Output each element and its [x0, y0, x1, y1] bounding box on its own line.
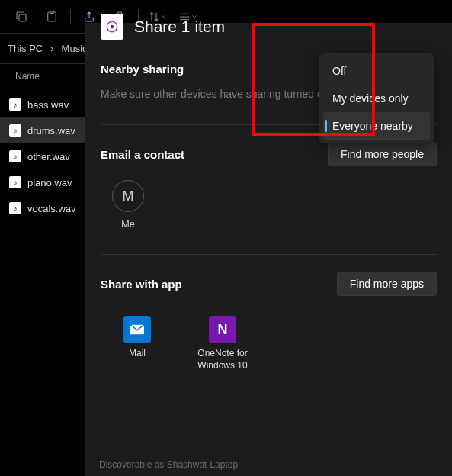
nearby-sharing-title: Nearby sharing	[101, 63, 184, 76]
breadcrumb-folder[interactable]: Music	[62, 43, 88, 54]
file-name: other.wav	[27, 151, 70, 162]
more-options-button[interactable]	[226, 0, 256, 2]
audio-file-icon: ♪	[9, 150, 21, 162]
breadcrumb[interactable]: This PC › Music	[0, 43, 95, 54]
contact-label: Me	[121, 218, 135, 230]
find-more-apps-button[interactable]: Find more apps	[337, 272, 437, 296]
nearby-sharing-dropdown: Off My devices only Everyone nearby	[319, 53, 434, 143]
app-label: OneNote for Windows 10	[192, 348, 253, 371]
apps-section: Share with app Find more apps	[85, 255, 452, 296]
document-icon	[101, 14, 123, 40]
find-more-people-button[interactable]: Find more people	[328, 142, 437, 166]
audio-file-icon: ♪	[9, 176, 21, 188]
breadcrumb-root[interactable]: This PC	[8, 43, 43, 54]
app-mail[interactable]: Mail	[107, 316, 168, 371]
onenote-icon: N	[209, 316, 236, 343]
dropdown-option-off[interactable]: Off	[323, 57, 430, 85]
apps-row: Mail N OneNote for Windows 10	[85, 304, 452, 371]
dropdown-option-everyone[interactable]: Everyone nearby	[323, 112, 430, 140]
share-title: Share 1 item	[134, 18, 225, 36]
file-name: piano.wav	[27, 177, 72, 188]
audio-file-icon: ♪	[9, 124, 21, 137]
apps-section-title: Share with app	[101, 278, 182, 291]
mail-icon	[123, 316, 151, 343]
dropdown-option-my-devices[interactable]: My devices only	[323, 85, 430, 112]
email-section-title: Email a contact	[101, 148, 184, 161]
file-name: drums.wav	[27, 125, 75, 137]
separator	[70, 9, 71, 24]
file-name: vocals.wav	[27, 203, 76, 214]
copy-button[interactable]	[6, 2, 37, 32]
audio-file-icon: ♪	[9, 98, 21, 111]
file-name: bass.wav	[27, 99, 69, 111]
chevron-right-icon: ›	[50, 43, 53, 54]
audio-file-icon: ♪	[9, 202, 21, 214]
paste-button[interactable]	[37, 2, 67, 32]
svg-rect-0	[19, 14, 26, 21]
column-name[interactable]: Name	[15, 71, 40, 82]
share-panel: Share 1 item Nearby sharing Make sure ot…	[85, 23, 452, 476]
app-label: Mail	[129, 348, 146, 360]
app-onenote[interactable]: N OneNote for Windows 10	[192, 316, 253, 371]
share-header: Share 1 item	[85, 2, 452, 46]
avatar: M	[112, 180, 144, 212]
contact-me[interactable]: M Me	[101, 180, 155, 230]
svg-point-8	[111, 25, 114, 29]
discoverable-footer: Discoverable as Shashwat-Laptop	[99, 459, 238, 470]
